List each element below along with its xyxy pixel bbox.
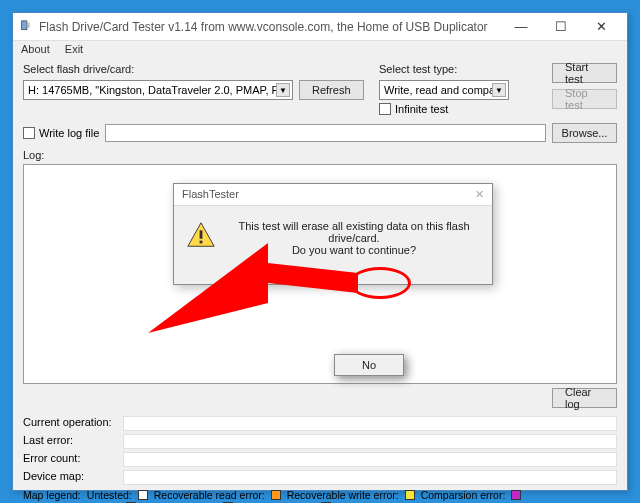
svg-rect-3 [200,230,203,238]
stop-test-button: Stop test [552,89,617,109]
logfile-path-input[interactable] [105,124,546,142]
checkbox-box [379,103,391,115]
close-button[interactable]: ✕ [581,16,621,38]
svg-rect-4 [200,241,203,244]
swatch-untested [138,490,148,500]
writelog-checkbox[interactable]: Write log file [23,127,99,139]
drive-select[interactable]: H: 14765MB, "Kingston, DataTraveler 2.0,… [23,80,293,100]
drive-label: Select flash drive/card: [23,63,373,75]
confirm-dialog: FlashTester ✕ This test will erase all e… [173,183,493,285]
writelog-label: Write log file [39,127,99,139]
testtype-label: Select test type: [379,63,531,75]
no-button[interactable]: No [334,354,404,376]
titlebar: Flash Drive/Card Tester v1.14 from www.v… [13,13,627,41]
app-window: Flash Drive/Card Tester v1.14 from www.v… [12,12,628,491]
status-lasterr-label: Last error: [23,434,123,449]
chevron-down-icon: ▼ [276,83,290,97]
checkbox-box [23,127,35,139]
svg-rect-1 [27,22,30,27]
dialog-title: FlashTester [182,188,239,201]
status-devmap-value [123,470,617,485]
status-current-value [123,416,617,431]
svg-rect-0 [22,20,27,29]
menu-about[interactable]: About [21,43,50,55]
dialog-message-1: This test will erase all existing data o… [228,220,480,244]
map-legend: Map legend: Untested: Recoverable read e… [23,489,617,501]
app-icon [19,20,33,34]
testtype-value: Write, read and compare [384,84,492,96]
status-current-label: Current operation: [23,416,123,431]
status-errcount-label: Error count: [23,452,123,467]
dialog-close-icon[interactable]: ✕ [475,188,484,201]
drive-select-value: H: 14765MB, "Kingston, DataTraveler 2.0,… [28,84,276,96]
refresh-button[interactable]: Refresh [299,80,364,100]
status-lasterr-value [123,434,617,449]
minimize-button[interactable]: — [501,16,541,38]
browse-button[interactable]: Browse... [552,123,617,143]
chevron-down-icon: ▼ [492,83,506,97]
infinite-checkbox[interactable]: Infinite test [379,103,531,115]
testtype-select[interactable]: Write, read and compare ▼ [379,80,509,100]
maximize-button[interactable]: ☐ [541,16,581,38]
status-devmap-label: Device map: [23,470,123,485]
dialog-message-2: Do you want to continue? [228,244,480,256]
clear-log-button[interactable]: Clear log [552,388,617,408]
infinite-label: Infinite test [395,103,448,115]
status-errcount-value [123,452,617,467]
legend-label: Map legend: [23,489,81,501]
menubar: About Exit [13,41,627,57]
menu-exit[interactable]: Exit [65,43,83,55]
start-test-button[interactable]: Start test [552,63,617,83]
window-title: Flash Drive/Card Tester v1.14 from www.v… [39,20,501,34]
warning-icon [186,220,216,256]
swatch-cmp [511,490,521,500]
swatch-rwe [405,490,415,500]
log-label: Log: [23,149,617,161]
swatch-rre [271,490,281,500]
